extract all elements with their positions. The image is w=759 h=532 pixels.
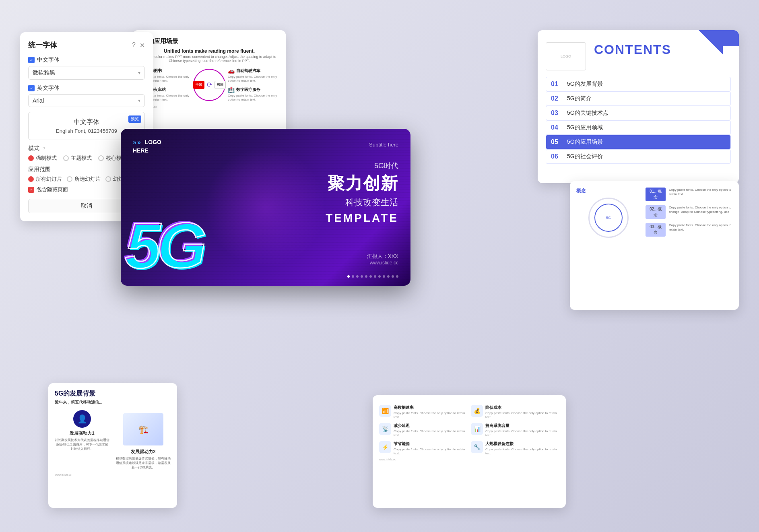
mode-help-icon: ? xyxy=(43,146,45,151)
bg-card-2: 🏗️ 发展驱动力2 移动数据的流量爆炸式增长，现有移动通信系统难以满足未来需求，… xyxy=(116,410,171,470)
feature-icon: ⚡ xyxy=(379,441,391,453)
slide-5g-app-title: 5G的应用场景 xyxy=(140,37,278,45)
concept-circle-inner: 5G xyxy=(594,204,623,232)
chevron-down-icon-en: ▾ xyxy=(138,98,140,103)
bg-card-1: 👤 发展驱动力1 以长期发展技术为代表的里程移动通信系统4G已全面商用，对下一代… xyxy=(55,410,109,470)
mode-option-theme[interactable]: 主题模式 xyxy=(63,155,92,162)
list-item: 📶 高数据速率 Copy paste fonts. Choose the onl… xyxy=(379,405,468,420)
hero-dot xyxy=(365,275,367,278)
list-item: 🏥 数字医疗服务 Copy paste fonts. Choose the on… xyxy=(228,87,278,102)
concept-text-3: Copy paste fonts. Choose the only option… xyxy=(669,223,732,232)
concept-row-1: 01...概念 Copy paste fonts. Choose the onl… xyxy=(646,188,732,201)
hero-dot xyxy=(378,275,381,278)
preview-badge: 预览 xyxy=(128,115,141,123)
apply-all-slides[interactable]: 所有幻灯片 xyxy=(28,175,62,183)
apply-selected-slides[interactable]: 所选幻灯片 xyxy=(67,175,101,183)
concept-deco-title: 概念 xyxy=(576,188,641,194)
feature-desc: Copy paste fonts. Choose the only option… xyxy=(394,429,468,438)
hero-tag2: 聚力创新 xyxy=(326,172,398,195)
slide-features: 📶 高数据速率 Copy paste fonts. Choose the onl… xyxy=(373,395,566,508)
orbit-visual: 中国 ⟳ 韩国 xyxy=(193,69,225,101)
contents-row-label: 5G的发展背景 xyxy=(567,80,603,88)
orbit-arrows-icon: ⟳ xyxy=(207,81,212,89)
hero-tag1: 5G时代 xyxy=(326,161,398,171)
concept-row-3: 03...概念 Copy paste fonts. Choose the onl… xyxy=(646,223,732,237)
radio-selected-icon xyxy=(28,155,34,161)
deco-rect xyxy=(719,30,739,46)
contents-num: 05 xyxy=(551,138,563,146)
list-item: 🚗 自动驾驶汽车 Copy paste fonts. Choose the on… xyxy=(228,68,278,83)
cn-font-label: 中文字体 xyxy=(37,56,60,64)
feature-icon: 💰 xyxy=(471,405,483,417)
hidden-checkbox[interactable]: ✓ xyxy=(28,187,34,193)
hero-reporter: 汇报人：XXX www.islide.cc xyxy=(367,253,398,266)
slide-contents: LOGO CONTENTS 01 5G的发展背景 02 5G的简介 03 5G的… xyxy=(538,30,739,183)
feature-title: 提高系统容量 xyxy=(485,423,559,429)
feature-title: 大规模设备连接 xyxy=(485,441,559,447)
dialog-header: 统一字体 ? ✕ xyxy=(28,40,145,50)
feature-icon: 📡 xyxy=(379,423,391,435)
radio-empty-icon-2 xyxy=(98,155,104,161)
hero-dot xyxy=(352,275,354,278)
arrow-icon: » xyxy=(133,138,136,147)
cn-font-checkbox[interactable]: ✓ xyxy=(28,57,35,63)
feature-desc: Copy paste fonts. Choose the only option… xyxy=(485,447,559,456)
slide-5g-app-grid: 📚 5G图书 Copy paste fonts. Choose the only… xyxy=(140,68,278,102)
list-item: 📡 减少延迟 Copy paste fonts. Choose the only… xyxy=(379,423,468,438)
contents-row-label: 5G的应用领域 xyxy=(567,124,603,131)
hero-dot xyxy=(369,275,372,278)
list-item: 🔧 大规模设备连接 Copy paste fonts. Choose the o… xyxy=(471,441,559,456)
help-icon[interactable]: ? xyxy=(132,41,136,49)
hero-dot xyxy=(361,275,363,278)
concept-row-2: 02...概念 Copy paste fonts. Choose the onl… xyxy=(646,205,732,219)
en-font-select[interactable]: Arial ▾ xyxy=(28,94,145,107)
slide-hero: » » LOGO HERE Subtitle here 5G 5G时代 聚力创新… xyxy=(121,129,410,286)
hero-logo: » » LOGO HERE xyxy=(133,138,161,154)
hero-tagline: 5G时代 聚力创新 科技改变生活 TEMPLATE xyxy=(326,161,398,225)
reporter-url: www.islide.cc xyxy=(367,260,398,266)
list-item: 💰 降低成本 Copy paste fonts. Choose the only… xyxy=(471,405,559,420)
contents-logo-box: LOGO xyxy=(546,42,586,70)
hero-dot xyxy=(383,275,385,278)
slide-5g-app-footer: www.islide.cc xyxy=(140,105,278,108)
reporter-name: 汇报人：XXX xyxy=(367,253,398,260)
slide-concept: 概念 5G 01...概念 Copy paste fonts. Choose t… xyxy=(570,181,739,310)
contents-deco xyxy=(691,30,739,54)
feature-icon: 📶 xyxy=(379,405,391,417)
dialog-controls: ? ✕ xyxy=(132,41,145,49)
concept-text-1: Copy paste fonts. Choose the only option… xyxy=(669,188,732,196)
concept-badge-3: 03...概念 xyxy=(646,223,666,237)
feature-desc: Copy paste fonts. Choose the only option… xyxy=(394,447,468,456)
list-item: ⚡ 节省能源 Copy paste fonts. Choose the only… xyxy=(379,441,468,456)
hero-dot xyxy=(356,275,359,278)
hero-dot xyxy=(374,275,376,278)
feature-icon: 🔧 xyxy=(471,441,483,453)
close-icon[interactable]: ✕ xyxy=(140,41,145,49)
en-font-checkbox[interactable]: ✓ xyxy=(28,85,35,91)
slide-5g-app-subtitle: Unified fonts make reading more fluent. xyxy=(140,48,278,54)
contents-row: 06 5G的社会评价 xyxy=(546,149,731,164)
contents-title: CONTENTS xyxy=(594,42,671,57)
chevron-down-icon: ▾ xyxy=(138,70,140,76)
apply-radio-empty-2 xyxy=(105,176,111,182)
contents-row-label: 5G的社会评价 xyxy=(567,153,603,160)
cn-font-select[interactable]: 微软雅黑 ▾ xyxy=(28,66,145,80)
cn-font-section: ✓ 中文字体 微软雅黑 ▾ xyxy=(28,56,145,80)
arrow-icon-2: » xyxy=(137,138,141,147)
feature-desc: Copy paste fonts. Choose the only option… xyxy=(394,411,468,420)
slide-5g-app-desc: Theme color makes PPT more convenient to… xyxy=(140,55,278,63)
list-item: 📊 提高系统容量 Copy paste fonts. Choose the on… xyxy=(471,423,559,438)
concept-circle: 5G xyxy=(588,198,629,238)
feature-title: 高数据速率 xyxy=(394,405,468,410)
bg-card-1-icon: 👤 xyxy=(73,410,91,428)
slide-bg-subtitle: 近年来，第五代移动通信... xyxy=(55,400,171,405)
bg-card-2-desc: 移动数据的流量爆炸式增长，现有移动通信系统难以满足未来需求，急需发展新一代5G系… xyxy=(116,456,171,470)
hero-5g-text: 5G xyxy=(125,213,202,278)
mode-option-force[interactable]: 强制模式 xyxy=(28,155,57,162)
en-font-label: 英文字体 xyxy=(37,85,60,92)
feature-icon: 📊 xyxy=(471,423,483,435)
contents-row: 02 5G的简介 xyxy=(546,91,731,106)
slide-background: 5G的发展背景 近年来，第五代移动通信... 👤 发展驱动力1 以长期发展技术为… xyxy=(48,383,177,508)
contents-row: 03 5G的关键技术点 xyxy=(546,106,731,120)
concept-badge-2: 02...概念 xyxy=(646,205,666,219)
